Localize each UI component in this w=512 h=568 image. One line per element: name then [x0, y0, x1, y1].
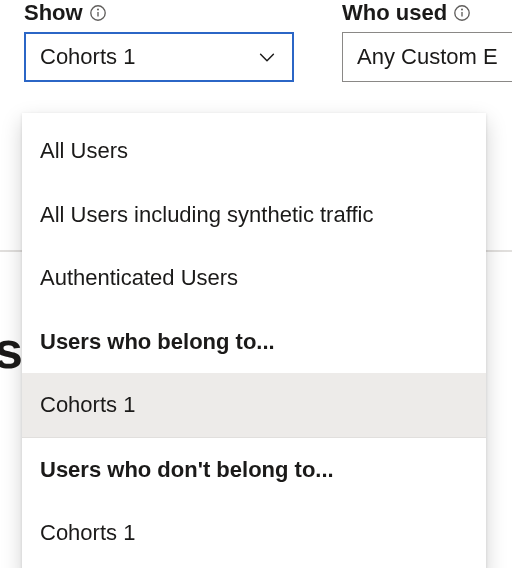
show-label: Show: [24, 0, 83, 26]
show-field: Show Cohorts 1: [24, 0, 294, 82]
who-used-combobox-value: Any Custom E: [357, 44, 498, 70]
svg-point-5: [461, 8, 463, 10]
dropdown-header-users-dont-belong: Users who don't belong to...: [22, 437, 486, 502]
dropdown-option-cohorts-1-belong[interactable]: Cohorts 1: [22, 373, 486, 437]
dropdown-option-cohorts-1-dont-belong[interactable]: Cohorts 1: [22, 501, 486, 565]
info-icon[interactable]: [89, 4, 107, 22]
who-used-combobox[interactable]: Any Custom E: [342, 32, 512, 82]
info-icon[interactable]: [453, 4, 471, 22]
show-label-row: Show: [24, 0, 294, 26]
chevron-down-icon: [256, 46, 278, 68]
who-used-field: Who used Any Custom E: [342, 0, 512, 82]
dropdown-header-users-belong: Users who belong to...: [22, 310, 486, 374]
show-combobox-value: Cohorts 1: [40, 44, 135, 70]
show-combobox[interactable]: Cohorts 1: [24, 32, 294, 82]
background-letter-fragment: s: [0, 320, 23, 380]
svg-point-2: [97, 8, 99, 10]
who-used-label-row: Who used: [342, 0, 512, 26]
who-used-label: Who used: [342, 0, 447, 26]
dropdown-option-authenticated-users[interactable]: Authenticated Users: [22, 246, 486, 310]
dropdown-option-all-users[interactable]: All Users: [22, 119, 486, 183]
dropdown-option-all-users-synthetic[interactable]: All Users including synthetic traffic: [22, 183, 486, 247]
show-dropdown-listbox[interactable]: All Users All Users including synthetic …: [22, 113, 486, 568]
